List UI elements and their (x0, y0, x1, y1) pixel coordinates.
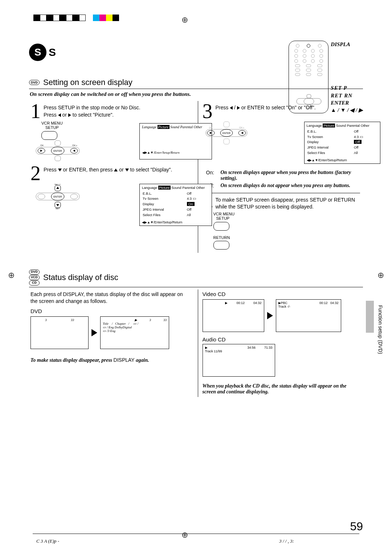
acd-label: Audio CD (203, 336, 360, 343)
display-again-note: To make status display disappear, press … (30, 357, 188, 363)
setup-button-label: VCR MENU SETUP (41, 121, 63, 141)
section-side-label: Function setup (DVD) (377, 305, 383, 354)
left-arrow-icon (58, 113, 61, 117)
remote-labels: DISPLA SET P RET RN ENTER ▲ / ▼ / ◀ / ▶ (331, 41, 363, 114)
svg-marker-21 (56, 187, 59, 189)
registration-cross-bottom: ⊕ (181, 530, 188, 540)
osd-menu-step3: Language Picture Sound Parental Other E.… (304, 122, 380, 164)
footer-left: C 3 A (E)p - (36, 538, 59, 544)
dvd-badge: DVD (29, 270, 40, 275)
vcd-status-displays: ▶ 00:12 04:32 ▶PBC 00:12 04:32 Track -/- (203, 299, 360, 332)
step2-text: Press or ENTER, then press or to select … (44, 165, 172, 182)
right-arrow-icon (68, 113, 71, 117)
svg-text:CH: CH (209, 126, 212, 129)
step1-line1: Press SETUP in the stop mode or No Disc. (44, 104, 140, 112)
svg-point-1 (304, 98, 314, 105)
direction-pad-icon: ENTER SET + SET (34, 184, 81, 209)
registration-cross-right: ⊕ (377, 271, 384, 280)
step4-text: To make SETUP screen disappear, press SE… (216, 195, 360, 212)
dvd-osd-2: ▶333 Title / Chapter / ▭ / ▭ / Eng Dolby… (100, 316, 169, 349)
direction-pad-icon: ENTER CH CH + (34, 140, 81, 162)
svg-text:CH +: CH + (239, 126, 244, 129)
svg-text:ENTER: ENTER (53, 150, 62, 152)
svg-marker-10 (73, 150, 75, 152)
svg-marker-30 (210, 132, 212, 134)
page-number: 59 (350, 520, 363, 533)
remote-outline (289, 41, 328, 113)
arrow-right-icon (267, 312, 273, 319)
step-2: 2 Press or ENTER, then press or to selec… (30, 165, 188, 182)
svg-text:ENTER: ENTER (222, 132, 230, 134)
step-number: 2 (30, 165, 41, 182)
section2-title: Status display of disc (43, 273, 118, 282)
vcd-badge: VCD (29, 275, 40, 280)
dvd-label: DVD (30, 308, 188, 314)
remote-label-return: RET RN (331, 92, 363, 99)
dvd-osd-1: 3 33 (30, 316, 89, 349)
direction-pad-icon: ENTER CH CH + (205, 120, 248, 146)
registration-cross-left: ⊕ (8, 271, 15, 280)
setup-button-icon (213, 222, 229, 231)
arrow-right-icon (91, 329, 97, 336)
remote-label-display: DISPLA (331, 41, 363, 48)
svg-marker-8 (40, 150, 42, 152)
page-section-tab (366, 301, 374, 333)
step-4: 4 To make SETUP screen disappear, press … (203, 195, 360, 212)
status-intro: Each press of DISPLAY, the status displa… (30, 291, 188, 305)
step-1: 1 Press SETUP in the stop mode or No Dis… (30, 103, 188, 119)
on-note: On: On screen displays appear when you p… (206, 170, 360, 181)
down-arrow-icon (58, 169, 62, 171)
remote-label-arrows: ▲ / ▼ / ◀ / ▶ (331, 106, 363, 114)
svg-rect-2 (307, 94, 311, 98)
return-button-icon (213, 241, 229, 250)
svg-marker-32 (241, 132, 243, 134)
svg-rect-3 (307, 105, 311, 108)
registration-bar (33, 15, 119, 21)
svg-text:SET: SET (56, 207, 60, 209)
svg-text:CH +: CH + (72, 144, 77, 146)
left-arrow-icon (230, 106, 233, 110)
remote-diagram: DISPLA SET P RET RN ENTER ▲ / ▼ / ◀ / ▶ (289, 41, 363, 114)
remote-label-enter: ENTER (331, 99, 363, 106)
svg-text:ENTER: ENTER (53, 195, 62, 198)
off-note: Off: On screen displays do not appear wh… (206, 183, 360, 189)
up-arrow-icon (114, 169, 118, 171)
osd-menu-step1: Language Picture Sound Parental Other ◀▶… (139, 123, 212, 159)
title-drop-cap: S (29, 44, 46, 61)
svg-text:CH: CH (40, 144, 44, 146)
svg-rect-12 (55, 156, 61, 161)
setup-return-buttons: VCR MENU SETUP RETURN (213, 212, 360, 251)
cd-badge: CD (29, 280, 40, 285)
svg-point-19 (70, 194, 78, 199)
footer-right: 3 / / , 3: (279, 538, 294, 544)
svg-rect-34 (224, 139, 229, 144)
remote-label-setup: SET P (331, 84, 363, 92)
setup-button-icon (41, 131, 57, 140)
footer-rule (33, 534, 359, 534)
vcd-osd-2: ▶PBC 00:12 04:32 Track -/- (276, 299, 341, 332)
registration-cross-top: ⊕ (181, 15, 188, 25)
svg-point-18 (38, 194, 45, 199)
svg-text:SET +: SET + (54, 184, 61, 185)
step1-line2: Press or to select "Picture". (44, 112, 140, 119)
vcd-label: Video CD (203, 291, 360, 297)
right-arrow-icon (237, 106, 240, 110)
step-number: 3 (203, 103, 213, 119)
dvd-status-displays: 3 33 ▶333 Title / Chapter / ▭ / ▭ / (30, 316, 188, 349)
osd-menu-step2: Language Picture Sound Parental Other E.… (139, 184, 212, 226)
svg-rect-0 (297, 98, 321, 104)
dvd-badge: DVD (29, 80, 40, 85)
acd-osd: ▶ 34:56 71:33 Track 11/99 (203, 344, 275, 377)
section2-heading: DVD VCD CD Status display of disc (29, 270, 363, 287)
svg-rect-11 (55, 141, 61, 146)
step-number: 1 (30, 103, 41, 119)
vcd-osd-1: ▶ 00:12 04:32 (203, 299, 264, 332)
down-arrow-icon (125, 169, 129, 171)
title-text: S (49, 46, 56, 58)
svg-marker-23 (56, 204, 59, 206)
cd-playback-note: When you playback the CD disc, the statu… (203, 383, 360, 395)
svg-rect-33 (224, 122, 229, 127)
section1-title: Setting on screen display (43, 78, 132, 87)
